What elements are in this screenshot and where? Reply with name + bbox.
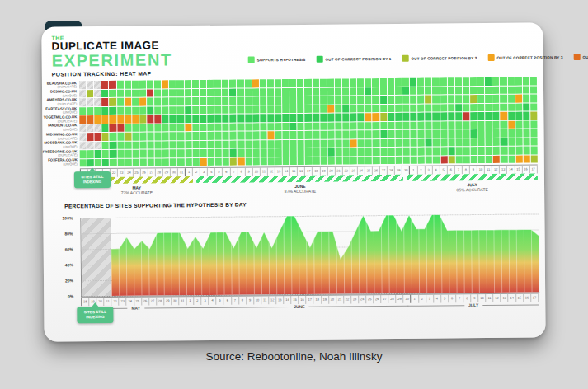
heatmap-cell	[463, 147, 469, 155]
heatmap-cell	[229, 97, 236, 105]
heatmap-cell	[110, 158, 116, 166]
heatmap-cell	[275, 131, 281, 139]
day-tick: 12	[492, 166, 499, 174]
heatmap-cell	[418, 130, 425, 138]
heatmap-cell	[493, 120, 500, 129]
heatmap-cell	[282, 79, 289, 87]
heatmap-cell	[162, 97, 168, 105]
brand-title-line2: EXPERIMENT	[52, 51, 172, 69]
day-tick: 7	[231, 297, 238, 305]
legend-item: OUT OF CORRECT POSITION BY 1	[316, 55, 391, 63]
heatmap-cell	[478, 129, 485, 138]
day-tick: 1	[409, 166, 416, 175]
heatmap-cell	[267, 123, 274, 131]
day-tick: 19	[319, 167, 327, 176]
heatmap-cell	[80, 142, 87, 150]
heatmap-cell	[125, 81, 131, 89]
heatmap-cell	[493, 147, 500, 155]
heatmap-cell	[170, 158, 176, 166]
heatmap-cell	[515, 138, 522, 146]
day-tick: 27	[148, 297, 156, 305]
heatmap-cell	[463, 121, 469, 129]
heatmap-cell	[320, 105, 327, 113]
heatmap-cell	[282, 123, 289, 131]
heatmap-cell	[320, 157, 327, 165]
heatmap-cell	[426, 148, 432, 156]
heatmap-cell	[229, 105, 236, 114]
heatmap-cell	[432, 87, 439, 95]
heatmap-cell	[268, 157, 275, 166]
heatmap-cell	[79, 133, 86, 141]
heatmap-cell	[402, 138, 409, 147]
heatmap-row-labels: BEAUSHA.CO.UK(DUPLICATE)DESIMO.CO.UK(UNI…	[42, 81, 78, 166]
heatmap-cell	[87, 133, 94, 141]
heatmap-cell	[139, 106, 146, 115]
heatmap-cell	[290, 157, 297, 165]
day-tick: 26	[372, 166, 379, 175]
heatmap-cell	[230, 132, 237, 140]
heatmap-cell	[455, 87, 462, 95]
heatmap-cell	[125, 150, 131, 158]
heatmap-cell	[162, 149, 169, 157]
heatmap-cell	[200, 132, 206, 140]
heatmap-cell	[260, 157, 266, 166]
heatmap-cell	[200, 140, 206, 148]
heatmap-cell	[350, 96, 356, 104]
day-tick: 28	[388, 295, 395, 303]
heatmap-cell	[139, 133, 146, 141]
heatmap-cell	[275, 140, 282, 148]
heatmap-cell	[313, 148, 319, 157]
accuracy-strip-labels: JUNE87% ACCURATE	[196, 183, 403, 195]
heatmap-cell	[238, 115, 244, 123]
badge-text-line2: INDEXING	[75, 180, 110, 185]
day-tick: 22	[110, 169, 117, 177]
day-tick: 14	[506, 166, 514, 174]
heatmap-cell	[125, 98, 131, 106]
heatmap-cell	[275, 148, 282, 157]
heatmap-cell	[207, 132, 214, 140]
heatmap-cell	[463, 156, 470, 164]
heatmap-cell	[298, 114, 304, 122]
heatmap-cell	[252, 123, 259, 131]
site-variant: (UNIQUE)	[43, 145, 78, 149]
heatmap-cell	[222, 105, 228, 114]
day-tick: 31	[177, 168, 185, 176]
heatmap-cell	[417, 78, 424, 87]
heatmap-cell	[132, 124, 139, 132]
heatmap-cell	[477, 86, 484, 94]
heatmap-cell	[402, 121, 409, 129]
heatmap-cell	[418, 148, 425, 156]
months-axis-segment: JUNE	[191, 303, 408, 310]
heatmap-cell	[79, 107, 86, 115]
heatmap-cell	[283, 131, 289, 139]
heatmap-cell	[320, 96, 327, 105]
heatmap-cell	[493, 112, 500, 120]
heatmap-cell	[132, 150, 139, 158]
heatmap-cell	[185, 89, 191, 97]
heatmap-cell	[177, 141, 184, 149]
day-tick: 3	[200, 168, 207, 176]
brand-block: THE DUPLICATE IMAGE EXPERIMENT POSITION …	[51, 34, 172, 77]
heatmap-cell	[425, 78, 431, 87]
heatmap-cell	[297, 105, 303, 113]
heatmap-cell	[500, 77, 506, 86]
heatmap-cell	[530, 129, 537, 137]
heatmap-cell	[402, 87, 409, 95]
heatmap-cell	[433, 129, 440, 138]
heatmap-cell	[342, 122, 349, 130]
day-tick: 26	[141, 298, 148, 306]
heatmap-cell	[185, 158, 191, 166]
heatmap-cell	[305, 96, 312, 105]
heatmap-cell	[223, 123, 229, 131]
heatmap-cell	[298, 139, 304, 148]
day-tick: 20	[328, 296, 336, 304]
heatmap-cell	[455, 147, 462, 155]
heatmap-cell	[365, 148, 372, 156]
day-tick: 22	[111, 298, 119, 306]
heatmap-cell	[223, 132, 229, 140]
day-tick: 25	[365, 166, 372, 175]
heatmap-cell	[102, 106, 109, 115]
heatmap-cell	[395, 78, 402, 87]
heatmap-cell	[426, 130, 432, 138]
sites-still-indexing-badge-top: SITES STILL INDEXING	[74, 171, 111, 188]
